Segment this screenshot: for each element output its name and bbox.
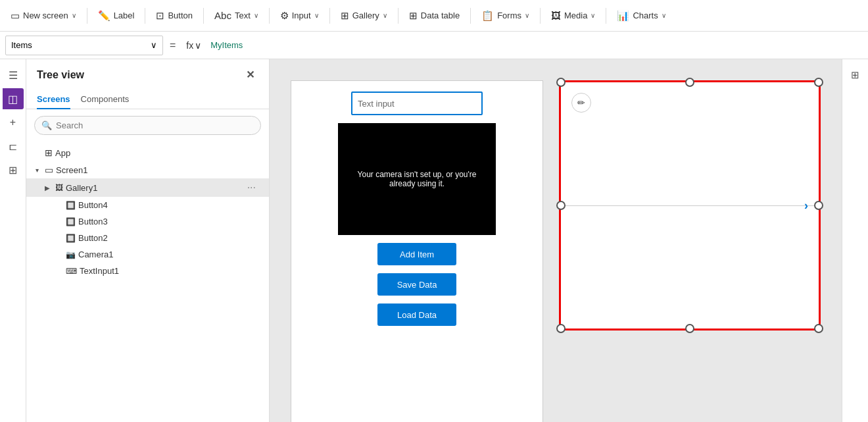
formula-bar: Items ∨ = fx ∨ MyItems xyxy=(0,32,868,59)
new-screen-label: New screen xyxy=(23,11,68,20)
gallery1-more[interactable]: ··· xyxy=(245,182,258,194)
text-input-element[interactable]: Text input xyxy=(351,92,483,115)
gallery-next-chevron[interactable]: › xyxy=(804,199,808,213)
charts-chevron: ∨ xyxy=(662,12,666,19)
load-data-button[interactable]: Load Data xyxy=(377,303,456,326)
handle-bottom-left[interactable] xyxy=(556,324,566,333)
button-btn[interactable]: ⊡ Button xyxy=(151,7,198,24)
main-layout: ☰ ◫ + ⊏ ⊞ Tree view ✕ Screens Components… xyxy=(0,59,868,422)
add-item-button[interactable]: Add Item xyxy=(377,243,456,265)
handle-top-center[interactable] xyxy=(685,78,694,87)
media-label: Media xyxy=(564,11,587,20)
items-dropdown-chevron: ∨ xyxy=(151,40,157,50)
gallery-row-divider xyxy=(561,205,819,206)
canvas-area: Text input Your camera isn't set up, or … xyxy=(270,59,842,422)
charts-btn[interactable]: 📊 Charts ∨ xyxy=(612,7,671,24)
layers-icon[interactable]: ◫ xyxy=(3,88,24,109)
button3-icon: 🔲 xyxy=(66,217,76,226)
items-label: Items xyxy=(11,40,32,50)
handle-bottom-center[interactable] xyxy=(685,324,694,333)
input-btn[interactable]: ⚙ Input ∨ xyxy=(275,7,324,24)
label-btn[interactable]: ✏️ Label xyxy=(93,7,140,24)
tree-panel: Tree view ✕ Screens Components 🔍 ⊞ App ▾… xyxy=(26,59,270,422)
tree-content: ⊞ App ▾ ▭ Screen1 ▶ 🖼 Gallery1 ··· 🔲 But… xyxy=(26,142,269,422)
tree-search-container: 🔍 xyxy=(34,116,261,135)
gallery-container[interactable]: ✏ › xyxy=(559,80,821,330)
new-screen-btn[interactable]: ▭ New screen ∨ xyxy=(5,7,82,24)
screen1-label: Screen1 xyxy=(56,165,258,175)
input-icon: ⚙ xyxy=(280,10,289,22)
add-icon[interactable]: + xyxy=(3,112,24,133)
forms-icon: 📋 xyxy=(481,10,494,22)
charts-icon: 📊 xyxy=(617,10,629,22)
gallery-edit-button[interactable]: ✏ xyxy=(571,93,591,113)
tree-node-button2[interactable]: 🔲 Button2 xyxy=(26,230,269,246)
gallery-chevron: ∨ xyxy=(383,12,387,19)
handle-top-left[interactable] xyxy=(556,78,566,87)
gallery-icon: ⊞ xyxy=(341,10,349,22)
text-icon: Abc xyxy=(214,10,231,21)
handle-top-right[interactable] xyxy=(814,78,823,87)
hamburger-icon[interactable]: ☰ xyxy=(3,65,24,86)
divider-1 xyxy=(87,8,87,24)
gallery1-icon: 🖼 xyxy=(55,183,63,192)
divider-2 xyxy=(145,8,145,24)
tree-node-button4[interactable]: 🔲 Button4 xyxy=(26,197,269,213)
data-icon[interactable]: ⊏ xyxy=(3,136,24,157)
tree-close-button[interactable]: ✕ xyxy=(242,67,258,82)
tree-node-gallery1[interactable]: ▶ 🖼 Gallery1 ··· xyxy=(26,178,269,197)
camera1-label: Camera1 xyxy=(78,250,258,259)
tree-node-app[interactable]: ⊞ App xyxy=(26,144,269,161)
text-chevron: ∨ xyxy=(254,12,258,19)
tree-node-button3[interactable]: 🔲 Button3 xyxy=(26,213,269,230)
tree-node-textinput1[interactable]: ⌨ TextInput1 xyxy=(26,263,269,279)
right-panel-icon[interactable]: ⊞ xyxy=(845,65,866,86)
text-input-placeholder: Text input xyxy=(358,99,395,109)
components-icon[interactable]: ⊞ xyxy=(3,159,24,180)
screen1-icon: ▭ xyxy=(45,165,53,175)
media-icon: 🖼 xyxy=(551,10,561,21)
divider-7 xyxy=(470,8,471,24)
media-btn[interactable]: 🖼 Media ∨ xyxy=(546,7,600,24)
search-input[interactable] xyxy=(56,120,254,130)
button4-label: Button4 xyxy=(78,200,258,210)
divider-6 xyxy=(398,8,398,24)
camera-element: Your camera isn't set up, or you're alre… xyxy=(338,123,496,235)
tree-node-screen1[interactable]: ▾ ▭ Screen1 xyxy=(26,161,269,178)
screen-canvas: Text input Your camera isn't set up, or … xyxy=(291,80,543,422)
handle-bottom-right[interactable] xyxy=(814,324,823,333)
button-icon: ⊡ xyxy=(156,10,164,22)
camera1-icon: 📷 xyxy=(66,250,76,259)
toolbar: ▭ New screen ∨ ✏️ Label ⊡ Button Abc Tex… xyxy=(0,0,868,32)
tree-header: Tree view ✕ xyxy=(26,59,269,90)
tab-screens[interactable]: Screens xyxy=(37,90,70,109)
divider-3 xyxy=(203,8,204,24)
fx-label: fx xyxy=(186,40,193,51)
tab-components[interactable]: Components xyxy=(81,90,130,109)
text-label: Text xyxy=(235,11,251,20)
text-btn[interactable]: Abc Text ∨ xyxy=(209,7,264,24)
app-label: App xyxy=(55,148,258,158)
divider-8 xyxy=(540,8,541,24)
screen1-expand[interactable]: ▾ xyxy=(32,167,42,174)
forms-btn[interactable]: 📋 Forms ∨ xyxy=(476,7,535,24)
formula-value[interactable]: MyItems xyxy=(208,40,863,50)
app-icon: ⊞ xyxy=(45,147,53,158)
label-label: Label xyxy=(114,11,135,20)
layers-icon-symbol: ◫ xyxy=(8,93,18,105)
tree-title: Tree view xyxy=(37,69,84,81)
gallery1-label: Gallery1 xyxy=(66,183,242,193)
handle-middle-right[interactable] xyxy=(814,201,823,210)
data-table-btn[interactable]: ⊞ Data table xyxy=(404,7,465,24)
save-data-button[interactable]: Save Data xyxy=(377,273,456,296)
gallery-btn[interactable]: ⊞ Gallery ∨ xyxy=(335,7,393,24)
tree-node-camera1[interactable]: 📷 Camera1 xyxy=(26,246,269,263)
items-selector[interactable]: Items ∨ xyxy=(5,36,163,55)
gallery1-expand[interactable]: ▶ xyxy=(42,184,53,192)
handle-middle-left[interactable] xyxy=(556,201,566,210)
camera-message: Your camera isn't set up, or you're alre… xyxy=(349,170,485,188)
right-panel: ⊞ xyxy=(842,59,868,422)
fx-button[interactable]: fx ∨ xyxy=(182,40,205,51)
divider-4 xyxy=(269,8,270,24)
search-icon: 🔍 xyxy=(41,120,52,130)
